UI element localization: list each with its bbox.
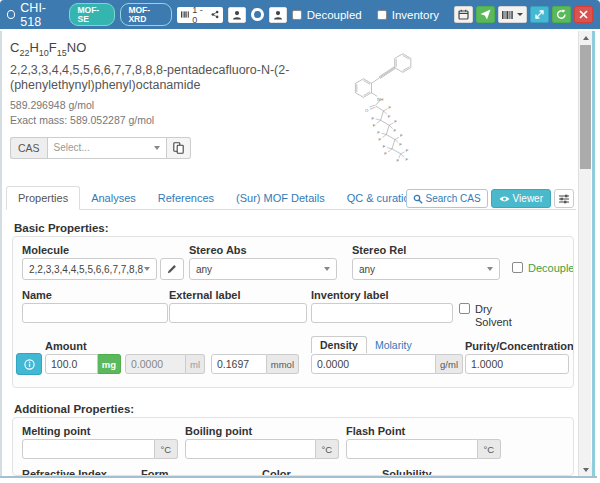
caret-down-icon bbox=[154, 146, 160, 150]
info-icon bbox=[24, 359, 35, 370]
volume-input[interactable] bbox=[125, 354, 186, 374]
svg-text:F: F bbox=[373, 123, 376, 128]
caret-down-icon bbox=[324, 267, 330, 271]
scroll-up-arrow[interactable] bbox=[579, 31, 592, 44]
send-button[interactable] bbox=[476, 6, 495, 23]
caret-down-icon bbox=[517, 13, 523, 16]
search-cas-button[interactable]: Search CAS bbox=[406, 189, 488, 208]
calendar-button[interactable] bbox=[454, 6, 473, 23]
form-label: Form bbox=[141, 468, 169, 476]
external-label: External label bbox=[169, 289, 241, 301]
window-right-edge bbox=[592, 31, 595, 476]
caret-down-icon bbox=[144, 267, 150, 271]
tab-density[interactable]: Density bbox=[311, 336, 367, 353]
tab-mof-details[interactable]: (Sur) MOF Details bbox=[225, 187, 336, 209]
purity-input[interactable] bbox=[465, 354, 569, 374]
external-label-input[interactable] bbox=[169, 303, 307, 323]
scrollbar-thumb[interactable] bbox=[580, 45, 591, 169]
user-button[interactable] bbox=[228, 7, 246, 23]
edit-molecule-button[interactable] bbox=[160, 258, 184, 280]
molecule-select[interactable]: 2,2,3,3,4,4,5,5,6,6,7,7,8,8,8-pe bbox=[22, 258, 157, 280]
flash-point-input[interactable] bbox=[346, 439, 478, 459]
inventory-checkbox[interactable] bbox=[377, 10, 387, 20]
inventory-label-input[interactable] bbox=[311, 303, 453, 323]
decoupled-panel-checkbox[interactable] bbox=[512, 262, 523, 273]
close-button[interactable] bbox=[574, 6, 593, 23]
svg-text:F: F bbox=[389, 105, 392, 110]
svg-text:O: O bbox=[365, 108, 369, 113]
top-bar: CHI-518 MOF-SE MOF-XRD 1 - 0 Decoupled I… bbox=[0, 0, 600, 29]
mole-input[interactable] bbox=[211, 354, 267, 374]
dry-solvent-field: Dry Solvent bbox=[459, 303, 515, 329]
window-bottom-edge bbox=[0, 476, 597, 478]
svg-text:F: F bbox=[394, 128, 397, 133]
molecule-field: 2,2,3,3,4,4,5,5,6,6,7,7,8,8,8-pe bbox=[22, 258, 184, 280]
svg-text:F: F bbox=[394, 119, 397, 124]
svg-text:F: F bbox=[400, 133, 403, 138]
badge-mof-xrd[interactable]: MOF-XRD bbox=[120, 3, 172, 26]
solubility-label: Solubility bbox=[382, 468, 432, 476]
counter-value: 1 - 0 bbox=[192, 5, 208, 25]
viewer-button[interactable]: Viewer bbox=[491, 189, 551, 208]
name-input[interactable] bbox=[22, 303, 168, 323]
expand-button[interactable] bbox=[530, 6, 549, 23]
viewer-label: Viewer bbox=[513, 193, 543, 204]
density-molarity-tabs: Density Molarity bbox=[311, 336, 420, 353]
amount-group: mg bbox=[45, 354, 121, 374]
svg-text:F: F bbox=[371, 116, 374, 121]
decoupled-field: Decoupled bbox=[512, 262, 574, 274]
melting-point-input[interactable] bbox=[22, 439, 155, 459]
exact-mass: Exact mass: 589.052287 g/mol bbox=[10, 114, 302, 126]
stereo-abs-select[interactable]: any bbox=[189, 258, 337, 280]
molecule-structure: NHOFFFFFFFFFFFFFFF bbox=[348, 48, 420, 166]
barcode-button[interactable] bbox=[498, 6, 527, 23]
tab-properties[interactable]: Properties bbox=[6, 186, 80, 210]
molecular-weight: 589.296948 g/mol bbox=[10, 99, 302, 111]
cas-select[interactable]: Select... bbox=[47, 137, 167, 159]
info-button[interactable] bbox=[16, 353, 42, 375]
caret-down-icon bbox=[487, 267, 493, 271]
calendar-icon bbox=[458, 9, 469, 20]
svg-text:F: F bbox=[399, 142, 402, 147]
melting-unit: °C bbox=[155, 439, 178, 459]
amount-input[interactable] bbox=[45, 354, 98, 374]
decoupled-checkbox[interactable] bbox=[292, 10, 302, 20]
mole-unit-button[interactable]: mmol bbox=[267, 354, 299, 374]
assignee-button[interactable] bbox=[269, 7, 287, 23]
cas-label: CAS bbox=[10, 137, 47, 159]
name-label: Name bbox=[22, 289, 52, 301]
stereo-rel-field: any bbox=[352, 258, 500, 280]
tab-molarity[interactable]: Molarity bbox=[367, 337, 420, 353]
sample-counter[interactable]: 1 - 0 bbox=[177, 7, 223, 23]
cas-copy-button[interactable] bbox=[167, 137, 191, 159]
tab-references[interactable]: References bbox=[147, 187, 225, 209]
scroll-down-arrow[interactable] bbox=[579, 463, 592, 476]
decoupled-panel-label: Decoupled bbox=[528, 262, 574, 274]
inventory-label: Inventory label bbox=[311, 289, 389, 301]
dry-solvent-checkbox[interactable] bbox=[459, 303, 470, 314]
badge-mof-se[interactable]: MOF-SE bbox=[69, 3, 115, 26]
svg-text:F: F bbox=[379, 137, 382, 142]
vertical-scrollbar[interactable] bbox=[578, 31, 591, 476]
dry-solvent-label: Dry Solvent bbox=[475, 303, 513, 329]
density-unit-button[interactable]: g/ml bbox=[436, 354, 463, 374]
inventory-label-field bbox=[311, 303, 453, 323]
status-circle-icon bbox=[7, 10, 15, 19]
expand-arrows-icon bbox=[534, 9, 545, 20]
decoupled-label: Decoupled bbox=[307, 9, 362, 21]
record-title: CHI-518 bbox=[20, 1, 62, 29]
svg-text:F: F bbox=[406, 148, 409, 153]
settings-button[interactable] bbox=[554, 189, 574, 208]
density-input[interactable] bbox=[311, 354, 436, 374]
flash-unit: °C bbox=[478, 439, 501, 459]
amount-unit-button[interactable]: mg bbox=[98, 354, 121, 374]
flash-point-group: °C bbox=[346, 439, 501, 459]
pencil-icon bbox=[167, 264, 177, 274]
boiling-point-input[interactable] bbox=[185, 439, 316, 459]
tab-analyses[interactable]: Analyses bbox=[80, 187, 147, 209]
refresh-button[interactable] bbox=[552, 6, 571, 23]
loading-circle-icon bbox=[251, 8, 263, 21]
stereo-rel-select[interactable]: any bbox=[352, 258, 500, 280]
mole-group: mmol bbox=[211, 354, 299, 374]
svg-text:NH: NH bbox=[377, 97, 383, 102]
